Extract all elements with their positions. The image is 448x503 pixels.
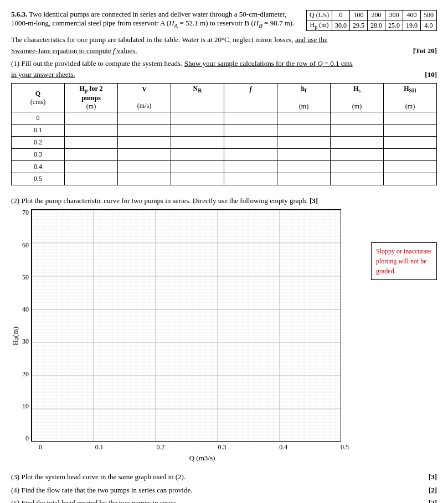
points-1: [10] — [425, 69, 437, 80]
col-nr: NR — [171, 84, 224, 112]
footer-row-3: (3) Plot the system head curve in the sa… — [11, 470, 437, 483]
y-tick-labels: 0 10 20 30 40 50 60 70 — [22, 209, 31, 442]
table-row: 0.1 — [12, 124, 437, 136]
instruction-1: (1) Fill out the provided table to compu… — [11, 58, 437, 80]
sloppy-text: Sloppy or inaccurate plotting will not b… — [376, 247, 431, 275]
problem-line2: The characteristics for one pump are tab… — [11, 34, 437, 56]
graph-section: (2) Plot the pump characteristic curve f… — [11, 195, 437, 463]
footer-row-5: (5) Find the total head created by the t… — [11, 496, 437, 503]
q5-text: (5) Find the total head created by the t… — [11, 496, 178, 503]
x-tick-labels: 0 0.1 0.2 0.3 0.4 0.5 — [39, 443, 349, 452]
col-hp: Hp for 2pumps(m) — [65, 84, 118, 112]
total-points: [Tot 20] — [413, 45, 437, 56]
y-axis-label: Hp (m) — [11, 209, 20, 463]
col-hf: hf(m) — [277, 84, 331, 112]
intro-text: Two identical pumps are connected in ser… — [11, 10, 294, 27]
table-row: 0.3 — [12, 148, 437, 160]
pump-data-table: Q (L/s) 0 100 200 300 400 500 Hp (m) 30.… — [306, 10, 437, 31]
graph-instruction: (2) Plot the pump characteristic curve f… — [11, 195, 437, 206]
sloppy-warning-box: Sloppy or inaccurate plotting will not b… — [371, 242, 437, 280]
problem-number: 5.6.3. — [11, 10, 27, 18]
col-f: f — [224, 84, 277, 112]
x-axis-label: Q (m3/s) — [39, 454, 365, 463]
col-q: Q(cms) — [12, 84, 65, 112]
q3-points: [3] — [429, 470, 437, 483]
col-hs: Hs(m) — [331, 84, 384, 112]
q4-text: (4) Find the flow rate that the two pump… — [11, 484, 192, 496]
graph-svg — [31, 209, 341, 442]
q5-points: [2] — [429, 496, 437, 503]
q4-points: [2] — [429, 484, 437, 496]
table-row: 0 — [12, 112, 437, 124]
svg-rect-0 — [32, 210, 341, 442]
footer-row-4: (4) Find the flow rate that the two pump… — [11, 484, 437, 496]
graph-grid — [31, 209, 341, 442]
q3-text: (3) Plot the system head curve in the sa… — [11, 470, 186, 483]
col-v: V(m/s) — [118, 84, 171, 112]
col-hsii: HSII(m) — [384, 84, 437, 112]
footer-questions: (3) Plot the system head curve in the sa… — [11, 470, 437, 503]
table-row: 0.4 — [12, 160, 437, 173]
calc-table: Q(cms) Hp for 2pumps(m) V(m/s) NR f hf(m… — [11, 83, 437, 185]
table-row: 0.5 — [12, 173, 437, 185]
graph-points: [3] — [310, 196, 318, 205]
table-row: 0.2 — [12, 136, 437, 148]
